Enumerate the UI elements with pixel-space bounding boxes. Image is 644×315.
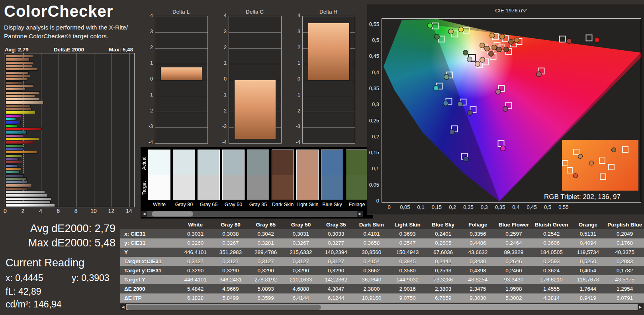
cie-measured-point	[459, 27, 464, 32]
delta-y-tick-label: 2	[218, 45, 227, 50]
table-cell: 0,3290	[178, 266, 213, 275]
table-column-header: Gray 35	[319, 220, 354, 229]
swatch-scrollbar[interactable]: ◀ ▶	[141, 211, 363, 217]
deltae-bar-chart	[4, 53, 135, 207]
swatch-color-box	[247, 150, 269, 200]
deltae-x-tick-label: 4	[35, 208, 47, 214]
cie-y-tick-label: 0,15	[367, 150, 379, 156]
table-cell: 67,6036	[425, 248, 460, 257]
table-header-row: WhiteGray 80Gray 65Gray 50Gray 35Dark Sk…	[120, 220, 644, 229]
swatch-target-color	[149, 175, 170, 200]
table-scrollbar[interactable]: ◀ ▶	[120, 304, 643, 310]
swatch-scrollbar-thumb[interactable]	[152, 211, 193, 217]
table-corner-cell	[120, 220, 178, 229]
table-cell: 0,4486	[461, 238, 495, 248]
delta-chart-plot	[229, 16, 282, 144]
cie-measured-point	[480, 43, 485, 48]
cie-target-square	[433, 23, 438, 29]
delta-y-tick-label: -2	[218, 108, 227, 114]
swatch-item: Gray 50	[222, 150, 245, 207]
cie-chart-title: CIE 1976 u'v'	[382, 8, 640, 14]
deltae-bar	[6, 58, 29, 61]
delta-y-tick-label: 3	[218, 29, 227, 34]
table-cell: 43,5975	[605, 275, 644, 284]
table-cell: 0,3624	[532, 266, 571, 275]
cie-measured-point	[503, 106, 508, 112]
deltae-bar	[6, 65, 32, 67]
cie-measured-point	[496, 89, 501, 94]
deltae-bar	[6, 71, 29, 74]
table-column-header: Blue Sky	[425, 220, 460, 229]
cie-measured-point	[435, 34, 440, 39]
table-cell: 0,3430	[461, 257, 495, 266]
table-cell: 0,2542	[532, 229, 571, 238]
delta-y-tick-label: -4	[218, 140, 227, 145]
table-column-header: Gray 50	[283, 220, 318, 229]
table-cell: 1,7644	[570, 284, 605, 293]
swatch-target-color	[272, 175, 294, 200]
swatch-scroll-left-arrow-icon[interactable]: ◀	[141, 211, 147, 217]
table-scrollbar-thumb[interactable]	[127, 305, 321, 310]
delta-y-tick-label: 2	[292, 45, 300, 50]
fl-reading: fL: 42,89	[6, 286, 41, 297]
table-cell: 10,9160	[354, 293, 390, 303]
deltae-bar	[6, 75, 30, 77]
deltae-bar	[6, 124, 17, 127]
table-cell: 176,6210	[532, 275, 571, 284]
delta-y-tick-label: -1	[144, 92, 153, 98]
cie-measured-point	[463, 50, 468, 55]
table-cell: 0,2464	[495, 238, 532, 248]
deltae-bar	[6, 61, 34, 64]
delta-y-tick-label: -4	[144, 140, 153, 145]
cie-measured-point	[485, 46, 490, 51]
delta-chart-title: Delta C	[229, 9, 281, 15]
table-cell: 8,9419	[570, 293, 605, 303]
table-cell: 40,3375	[605, 248, 644, 257]
table-cell: 184,0505	[532, 248, 571, 257]
cie-measured-point	[467, 57, 472, 62]
deltae-bar	[6, 88, 25, 91]
table-row: ΔE 20005,48424,96695,08934,68884,30472,3…	[120, 284, 644, 293]
table-row: Y446,4101351,2983289,4786215,6332140,239…	[120, 248, 644, 257]
cie-measured-point	[595, 37, 600, 43]
table-cell: 4,3814	[532, 293, 571, 303]
current-x-reading: x: 0,4445	[6, 273, 43, 284]
swatch-color-box	[321, 150, 343, 200]
deltae-x-tick-label: 8	[70, 208, 82, 214]
table-cell: 5,8499	[213, 293, 248, 303]
table-cell: 4,6888	[283, 284, 318, 293]
swatch-name: White	[148, 202, 170, 207]
table-row: Target Y446,4101346,2481278,8192210,1633…	[120, 275, 644, 284]
table-scroll-left-arrow-icon[interactable]: ◀	[120, 304, 126, 310]
table-cell: 0,3031	[283, 229, 318, 238]
cie-x-tick-label: 0,3	[476, 204, 492, 210]
deltae-x-tick-label: 10	[88, 208, 100, 214]
deltae-bar	[6, 118, 16, 120]
delta-y-tick-label: -1	[292, 92, 300, 98]
table-cell: 0,3356	[461, 229, 495, 238]
table-cell: 0,3290	[248, 266, 283, 275]
inset-measured-point	[578, 154, 583, 159]
table-row-label: Y	[120, 248, 178, 257]
table-cell: 0,3127	[248, 257, 283, 266]
delta-bar	[234, 80, 276, 139]
delta-gridline	[229, 64, 281, 64]
table-cell: 6,0791	[605, 293, 644, 303]
table-cell: 2,3800	[354, 284, 390, 293]
swatch-actual-color	[346, 150, 368, 175]
delta-y-tick-label: 1	[144, 60, 153, 66]
table-scroll-right-arrow-icon[interactable]: ▶	[638, 304, 643, 310]
rgb-triplet-inset-zoom	[562, 140, 639, 191]
deltae-bar	[6, 108, 31, 110]
table-cell: 0,5260	[570, 257, 605, 266]
table-row-label: ΔE 2000	[120, 284, 178, 293]
table-column-header: Bluish Green	[532, 220, 571, 229]
table-cell: 0,3658	[354, 238, 390, 248]
deltae-bar	[6, 164, 17, 167]
swatch-scroll-right-arrow-icon[interactable]: ▶	[357, 211, 363, 217]
cie-x-tick-label: 0,1	[413, 204, 429, 210]
swatch-name: Light Skin	[296, 202, 319, 207]
delta-gridline	[155, 96, 207, 96]
table-cell: 446,4101	[178, 248, 213, 257]
table-cell: 1,4555	[532, 284, 571, 293]
